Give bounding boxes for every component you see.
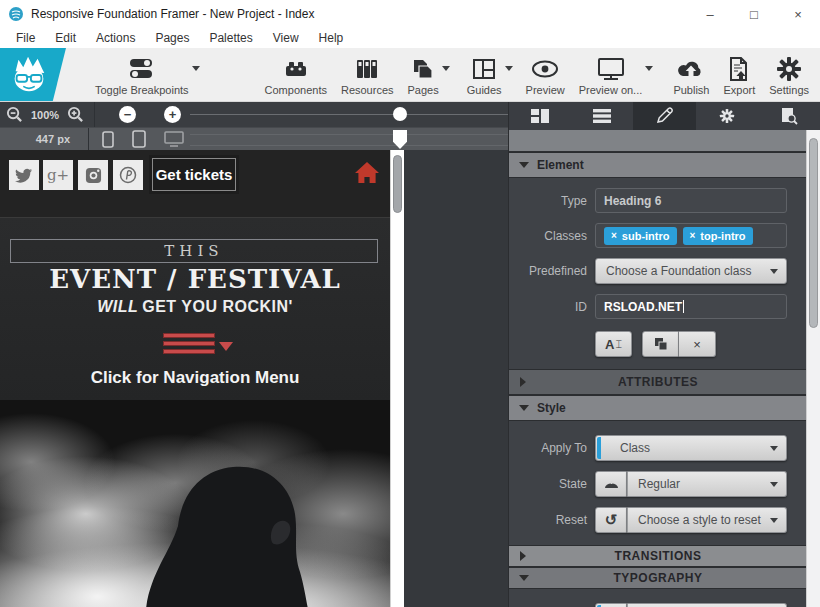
hero-subtitle-italic: WILL [97, 298, 138, 315]
divider [94, 102, 95, 127]
maximize-button[interactable]: □ [732, 0, 776, 28]
font-dropdown[interactable]: Nixie One [627, 603, 787, 607]
site-topbar: g+ Get tickets [0, 150, 390, 218]
pinterest-button[interactable] [113, 160, 143, 190]
panel-scrollbar-thumb[interactable] [809, 138, 818, 328]
state-mode-button[interactable] [595, 471, 627, 497]
guides-button[interactable]: Guides [460, 48, 509, 101]
components-button[interactable]: Components [258, 48, 334, 101]
state-dropdown[interactable]: Regular [627, 471, 787, 497]
inspector-panel: Element Type Heading 6 Classes ×sub-intr… [508, 102, 820, 607]
breakpoint-remove-button[interactable]: − [119, 106, 136, 123]
selected-element-outline[interactable]: THIS [10, 239, 378, 263]
menubar: File Edit Actions Pages Palettes View He… [0, 28, 820, 48]
caret-down-icon [770, 482, 778, 487]
instagram-button[interactable] [78, 160, 108, 190]
google-plus-icon: g+ [47, 166, 69, 184]
chevron-down-icon[interactable] [645, 66, 653, 71]
classes-label: Classes [509, 229, 587, 243]
menu-actions[interactable]: Actions [86, 31, 145, 45]
tab-edit[interactable] [633, 102, 695, 130]
toggle-switches-icon [128, 55, 156, 83]
predefined-dropdown[interactable]: Choose a Foundation class [595, 258, 787, 284]
toolbar: Toggle Breakpoints Components Resources … [0, 48, 820, 102]
close-button[interactable]: × [776, 0, 820, 28]
duplicate-element-button[interactable] [642, 331, 679, 357]
tablet-icon[interactable] [132, 130, 146, 148]
google-plus-button[interactable]: g+ [43, 160, 73, 190]
predefined-label: Predefined [509, 264, 587, 278]
home-icon[interactable] [354, 161, 380, 185]
export-button[interactable]: Export [716, 48, 762, 101]
twitter-button[interactable] [9, 160, 39, 190]
site-canvas[interactable]: g+ Get tickets THIS EVENT / FESTIVAL WIL… [0, 150, 390, 607]
preview-on-button[interactable]: Preview on... [572, 48, 650, 101]
id-input[interactable]: RSLOAD.NET [595, 294, 787, 319]
desktop-icon[interactable] [164, 131, 184, 147]
rename-element-button[interactable]: A⌶ [595, 331, 632, 357]
type-field[interactable]: Heading 6 [595, 188, 787, 213]
section-attributes[interactable]: ATTRIBUTES [509, 369, 807, 395]
breakpoint-add-button[interactable]: + [164, 106, 181, 123]
pages-button[interactable]: Pages [401, 48, 446, 101]
get-tickets-button[interactable]: Get tickets [152, 158, 236, 191]
caret-down-icon [770, 518, 778, 523]
chevron-down-icon[interactable] [442, 66, 450, 71]
breakpoint-slider-knob[interactable] [393, 107, 407, 121]
font-style-button[interactable]: Aa [595, 603, 627, 607]
caret-down-icon [770, 269, 778, 274]
menu-file[interactable]: File [6, 31, 45, 45]
delete-element-button[interactable]: × [679, 331, 716, 357]
remove-class-icon[interactable]: × [611, 230, 617, 241]
section-typography[interactable]: TYPOGRAPHY [509, 567, 807, 589]
menu-palettes[interactable]: Palettes [199, 31, 262, 45]
classes-field[interactable]: ×sub-intro ×top-intro [595, 223, 787, 248]
hamburger-icon [163, 349, 215, 354]
gear-icon [718, 107, 736, 125]
apply-to-dropdown[interactable]: Class [595, 435, 787, 461]
reset-style-button[interactable]: ↺ [595, 507, 627, 533]
canvas-scrollbar[interactable] [390, 150, 404, 607]
phone-icon[interactable] [102, 131, 114, 148]
tab-structure[interactable] [571, 102, 633, 130]
remove-class-icon[interactable]: × [690, 230, 696, 241]
publish-button[interactable]: Publish [666, 48, 716, 101]
gear-icon [775, 55, 803, 83]
section-transitions[interactable]: TRANSITIONS [509, 545, 807, 567]
section-element[interactable]: Element [509, 152, 807, 178]
ruler-line [190, 134, 508, 135]
toggle-breakpoints-button[interactable]: Toggle Breakpoints [88, 48, 196, 101]
hero-background-image [0, 400, 390, 607]
menu-help[interactable]: Help [309, 31, 354, 45]
cloud-upload-icon [676, 55, 706, 83]
reset-dropdown[interactable]: Choose a style to reset [627, 507, 787, 533]
hero-subtitle-rest: GET YOU ROCKIN' [142, 298, 293, 315]
resources-button[interactable]: Resources [334, 48, 401, 101]
menu-pages[interactable]: Pages [145, 31, 199, 45]
chevron-down-icon[interactable] [505, 66, 513, 71]
layout-guides-icon [471, 55, 497, 83]
tab-inspect[interactable] [758, 102, 820, 130]
menu-view[interactable]: View [263, 31, 309, 45]
chevron-down-icon[interactable] [192, 66, 200, 71]
menu-edit[interactable]: Edit [45, 31, 86, 45]
list-icon [592, 108, 612, 124]
zoom-in-icon[interactable] [67, 106, 84, 123]
text-cursor [683, 300, 684, 313]
section-style[interactable]: Style [509, 395, 807, 421]
twitter-icon [15, 168, 33, 183]
tab-settings[interactable] [696, 102, 758, 130]
class-chip[interactable]: ×top-intro [683, 227, 753, 245]
class-chip[interactable]: ×sub-intro [604, 227, 677, 245]
minimize-button[interactable]: – [688, 0, 732, 28]
nav-menu-button[interactable] [163, 333, 233, 359]
tab-layout[interactable] [509, 102, 571, 130]
canvas-scrollbar-thumb[interactable] [393, 155, 402, 213]
settings-button[interactable]: Settings [762, 48, 816, 101]
panel-scrollbar[interactable] [806, 130, 820, 607]
breakpoint-marker[interactable] [393, 130, 407, 149]
id-label: ID [509, 300, 587, 314]
preview-button[interactable]: Preview [519, 48, 572, 101]
zoom-out-icon[interactable] [6, 106, 23, 123]
type-label: Type [509, 194, 587, 208]
